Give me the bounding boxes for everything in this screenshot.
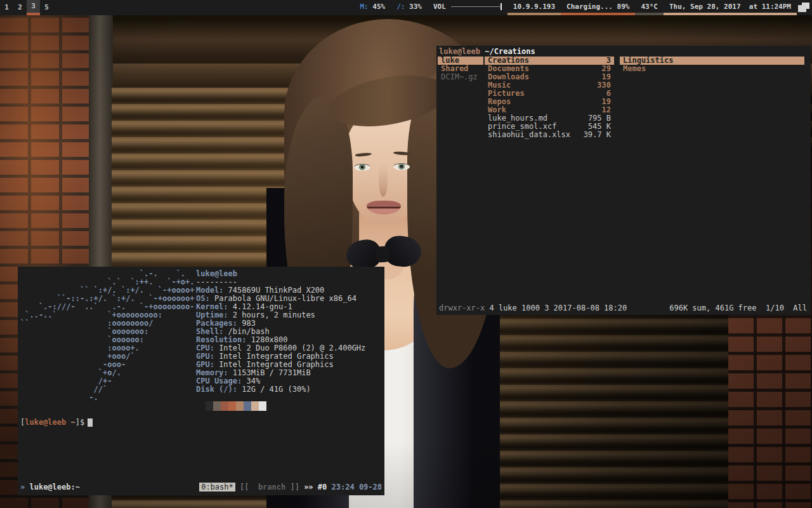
status-segment-1: Charging... 89% xyxy=(561,0,635,15)
file-permissions: drwxr-xr-x 4 luke 1000 3 2017-08-08 18:2… xyxy=(439,304,627,312)
palette-swatch-0 xyxy=(206,401,213,411)
file-row[interactable]: shiaohui_data.xlsx39.7 K xyxy=(485,131,614,139)
meter-: /: 33% xyxy=(391,0,428,15)
neofetch-line: Disk (/): 12G / 41G (30%) xyxy=(196,385,365,394)
neofetch-label: Disk (/): xyxy=(196,385,237,394)
workspace-tag-2[interactable]: 2 xyxy=(13,0,27,15)
neofetch-value: 12G / 41G (30%) xyxy=(237,385,311,394)
neofetch-value: Parabola GNU/Linux-libre x86_64 xyxy=(210,294,357,303)
palette-swatch-3 xyxy=(228,401,236,411)
item-name: Memes xyxy=(623,65,646,73)
meter-value: 45% xyxy=(372,3,385,11)
neofetch-label: Model: xyxy=(196,286,223,295)
neofetch-value: 2 hours, 2 minutes xyxy=(228,311,315,319)
parent-directory-column: lukeSharedDCIM~.gz xyxy=(438,57,483,81)
preview-item[interactable]: Memes xyxy=(620,65,804,73)
file-size: 39.7 K xyxy=(584,131,611,139)
prompt-user-host: luke@leeb xyxy=(25,418,66,427)
neofetch-value: 983 xyxy=(237,319,256,328)
tmux-right: 0:bash* [[ branch ]] »» #0 23:24 09-28 xyxy=(199,482,382,492)
workspace-tag-3[interactable]: 3 xyxy=(27,0,40,15)
neofetch-label: CPU Usage: xyxy=(196,377,242,385)
neofetch-value: Intel 2 Duo P8600 (2) @ 2.400GHz xyxy=(214,344,365,352)
neofetch-value: 34% xyxy=(242,377,260,385)
palette-swatch-2 xyxy=(221,401,228,411)
status-modules: M: 45%/: 33% VOL 10.9.9.193Charging... 8… xyxy=(354,0,812,15)
neofetch-label: GPU: xyxy=(196,352,214,361)
system-meters: M: 45%/: 33% xyxy=(354,0,428,15)
file-manager-statusbar: drwxr-xr-x 4 luke 1000 3 2017-08-08 18:2… xyxy=(439,304,807,312)
preview-item[interactable]: Linguistics xyxy=(620,57,804,65)
network-computers-icon[interactable] xyxy=(798,3,809,13)
file-list-column: Creations3Documents29Downloads19Music330… xyxy=(485,57,614,139)
meter-label: M: xyxy=(360,3,372,11)
shell-prompt[interactable]: [luke@leeb ~]$ xyxy=(20,418,93,427)
volume-track[interactable] xyxy=(451,6,501,7)
monitor-front-icon xyxy=(798,5,806,12)
neofetch-label: Kernel: xyxy=(196,302,228,311)
file-name: shiaohui_data.xlsx xyxy=(488,131,570,139)
meter-M: M: 45% xyxy=(354,0,391,15)
status-segments: 10.9.9.193Charging... 89%43°CThu, Sep 28… xyxy=(508,0,797,15)
neofetch-value: Intel Integrated Graphics xyxy=(214,360,334,369)
status-segment-0: 10.9.9.193 xyxy=(508,0,561,15)
disk-summary: 696K sum, 461G free 1/10 All xyxy=(669,304,807,312)
neofetch-value: 1153MiB / 7731MiB xyxy=(228,368,311,377)
palette-swatch-7 xyxy=(259,401,266,411)
workspace-tag-5[interactable]: 5 xyxy=(40,0,53,15)
neofetch-label: Shell: xyxy=(196,327,223,336)
volume-handle[interactable] xyxy=(501,3,502,10)
palette-swatch-4 xyxy=(236,401,244,411)
terminal-window[interactable]: `.-. `. `.` `:++. `-+o+. `` `:+/. `:+/. … xyxy=(18,267,384,495)
palette-swatch-6 xyxy=(251,401,259,411)
neofetch-label: OS: xyxy=(196,294,210,303)
tmux-session: » luke@leeb:~ xyxy=(20,482,80,492)
systray[interactable] xyxy=(797,0,812,15)
neofetch-label: CPU: xyxy=(196,344,214,352)
neofetch-label: Packages: xyxy=(196,319,237,328)
palette-swatch-5 xyxy=(244,401,251,411)
prompt-cwd: ~ xyxy=(66,418,75,427)
neofetch-label: Resolution: xyxy=(196,335,246,344)
palette-swatch-1 xyxy=(213,401,221,411)
workspace-tags: 1235 xyxy=(0,0,53,15)
workspace-tag-1[interactable]: 1 xyxy=(0,0,13,15)
tmux-window-tab[interactable]: 0:bash* xyxy=(199,483,235,491)
volume-slider[interactable]: VOL xyxy=(428,0,508,15)
user-host: luke@leeb xyxy=(439,47,480,56)
neofetch-label: Uptime: xyxy=(196,311,228,319)
neofetch-value: /bin/bash xyxy=(223,327,269,336)
tmux-statusbar: » luke@leeb:~ 0:bash* [[ branch ]] »» #0… xyxy=(20,482,382,492)
volume-label: VOL xyxy=(433,3,446,11)
meter-label: /: xyxy=(396,3,409,11)
status-segment-2: 43°C xyxy=(635,0,664,15)
neofetch-value: 4.12.14-gnu-1 xyxy=(228,302,292,311)
item-name: DCIM~.gz xyxy=(441,73,478,81)
meter-value: 33% xyxy=(409,3,422,11)
parent-item[interactable]: DCIM~.gz xyxy=(438,73,483,81)
neofetch-value: 812x508 xyxy=(246,335,287,344)
git-branch-indicator: branch xyxy=(254,483,286,491)
status-bar: 1235 M: 45%/: 33% VOL 10.9.9.193Charging… xyxy=(0,0,812,15)
file-manager-titlebar: luke@leeb ~/Creations xyxy=(439,47,535,56)
current-path: ~/Creations xyxy=(480,47,535,56)
cursor-block xyxy=(88,418,93,427)
neofetch-value: 745869U ThinkPad X200 xyxy=(223,286,324,295)
file-manager-window[interactable]: luke@leeb ~/Creations lukeSharedDCIM~.gz… xyxy=(436,46,811,315)
neofetch-info: luke@leeb---------Model: 745869U ThinkPa… xyxy=(196,270,365,394)
neofetch-value: Intel Integrated Graphics xyxy=(214,352,334,361)
parabola-ascii-logo: `.-. `. `.` `:++. `-+o+. `` `:+/. `:+/. … xyxy=(20,270,195,402)
status-segment-3: Thu, Sep 28, 2017 at 11:24PM xyxy=(664,0,797,15)
terminal-color-palette xyxy=(206,401,266,411)
preview-column: LinguisticsMemes xyxy=(620,57,804,73)
neofetch-label: GPU: xyxy=(196,360,214,369)
neofetch-label: Memory: xyxy=(196,368,228,377)
